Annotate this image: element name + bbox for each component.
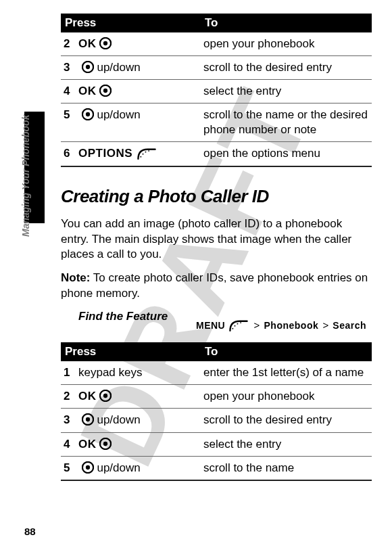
step-action: select the entry <box>201 80 372 104</box>
find-feature-label: Find the Feature <box>61 310 196 323</box>
table-row: 3 up/down scroll to the desired entry <box>61 409 372 432</box>
step-action: select the entry <box>201 432 372 456</box>
step-index: 3 <box>64 413 78 428</box>
step-index: 3 <box>64 60 78 75</box>
step-index: 2 <box>64 389 78 404</box>
key-label: OK <box>78 390 97 402</box>
key-label: OPTIONS <box>78 147 132 160</box>
body-paragraph: You can add an image (photo caller ID) t… <box>61 216 372 263</box>
step-index: 4 <box>64 84 78 99</box>
menu-key-label: MENU <box>196 320 225 331</box>
page-number: 88 <box>24 526 36 537</box>
nav-key-icon <box>82 61 94 73</box>
step-action: open the options menu <box>201 142 372 166</box>
key-label: OK <box>78 85 97 97</box>
step-action: scroll to the name or the desired phone … <box>201 104 372 142</box>
step-index: 5 <box>64 108 78 122</box>
col-press: Press <box>61 14 201 32</box>
step-action: open your phonebook <box>201 385 372 409</box>
menu-path-seg: Phonebook <box>264 320 319 331</box>
press-suffix: keypad keys <box>78 366 143 379</box>
press-suffix: up/down <box>94 461 141 474</box>
nav-key-icon <box>99 37 112 49</box>
menu-path-seg: Search <box>333 320 366 331</box>
step-action: enter the 1st letter(s) of a name <box>201 361 372 385</box>
table-row: 3 up/down scroll to the desired entry <box>61 56 372 80</box>
step-index: 6 <box>64 146 78 161</box>
path-separator: > <box>253 319 262 331</box>
table-row: 5 up/down scroll to the name or the desi… <box>61 104 372 142</box>
table-row: 1keypad keys enter the 1st letter(s) of … <box>61 361 372 385</box>
soft-key-icon <box>136 146 157 161</box>
table-row: 2OK open your phonebook <box>61 385 372 409</box>
table-row: 2OK open your phonebook <box>61 32 372 56</box>
nav-key-icon <box>99 390 112 402</box>
table-row: 5 up/down scroll to the name <box>61 456 372 480</box>
steps-table-bottom: Press To 1keypad keys enter the 1st lett… <box>61 342 372 480</box>
note-paragraph: Note: To create photo caller IDs, save p… <box>61 271 372 302</box>
step-action: open your phonebook <box>201 32 372 56</box>
section-heading: Creating a Photo Caller ID <box>61 186 372 207</box>
press-suffix: up/down <box>94 108 141 121</box>
step-action: scroll to the name <box>201 456 372 480</box>
steps-table-top: Press To 2OK open your phonebook 3 up/do… <box>61 14 372 167</box>
step-action: scroll to the desired entry <box>201 409 372 432</box>
table-row: 4OK select the entry <box>61 432 372 456</box>
press-suffix: up/down <box>94 61 141 74</box>
table-row: 4OK select the entry <box>61 80 372 104</box>
key-label: OK <box>78 438 97 451</box>
step-index: 1 <box>64 365 78 380</box>
col-to: To <box>201 14 372 32</box>
path-separator: > <box>321 319 330 331</box>
soft-key-icon <box>228 318 249 333</box>
find-feature-row: Find the Feature MENU > Phonebook > Sear… <box>61 310 372 333</box>
step-index: 5 <box>64 461 78 476</box>
page-content: Press To 2OK open your phonebook 3 up/do… <box>0 0 392 495</box>
nav-key-icon <box>82 108 94 120</box>
note-label: Note: <box>61 271 90 284</box>
menu-path: MENU > Phonebook > Search <box>196 310 372 333</box>
nav-key-icon <box>99 438 112 450</box>
press-suffix: up/down <box>94 413 141 426</box>
note-text: To create photo caller IDs, save phonebo… <box>61 271 368 300</box>
col-to: To <box>201 342 372 361</box>
step-action: scroll to the desired entry <box>201 56 372 80</box>
nav-key-icon <box>99 85 112 97</box>
step-index: 4 <box>64 437 78 452</box>
col-press: Press <box>61 342 201 361</box>
step-index: 2 <box>64 37 78 51</box>
nav-key-icon <box>82 461 94 474</box>
nav-key-icon <box>82 413 94 426</box>
key-label: OK <box>78 37 97 50</box>
table-row: 6OPTIONS open the options menu <box>61 142 372 166</box>
